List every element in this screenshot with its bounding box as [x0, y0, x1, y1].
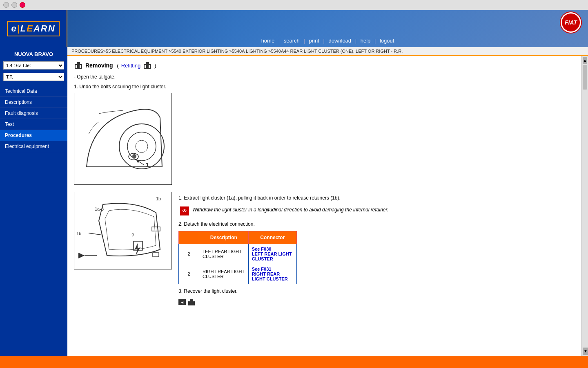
step-recover: 3. Recover the light cluster.	[178, 287, 575, 295]
article-wrapper: Removing ( Refitting )	[67, 56, 588, 356]
prev-arrow[interactable]: ◀	[178, 299, 186, 305]
nav-home[interactable]: home	[261, 38, 275, 44]
table-cell-desc-1: LEFT REAR LIGHT CLUSTER	[199, 244, 249, 264]
nav-download[interactable]: download	[328, 38, 351, 44]
sidebar-item-technical-data[interactable]: Technical Data	[0, 86, 67, 97]
sidebar-item-fault-diagnosis[interactable]: Fault diagnosis	[0, 108, 67, 119]
table-header-connector: Connector	[248, 231, 296, 244]
elearn-logo: e|LEARN	[7, 21, 59, 36]
removing-header: Removing ( Refitting )	[74, 61, 575, 70]
header-center: FIAT home | search | print | download | …	[67, 10, 588, 47]
engine-select[interactable]: 1.4 16v TJet	[3, 61, 64, 70]
svg-text:1b: 1b	[76, 231, 81, 236]
browser-close-button[interactable]	[20, 2, 25, 8]
svg-text:2: 2	[131, 233, 134, 238]
logo-area: e|LEARN	[0, 10, 67, 47]
connector-icon-nav	[187, 298, 196, 306]
sidebar-navigation: Technical Data Descriptions Fault diagno…	[0, 86, 67, 152]
sidebar: NUOVA BRAVO 1.4 16v TJet T.T. Technical …	[0, 47, 67, 356]
fiat-logo: FIAT	[562, 13, 580, 31]
sidebar-item-descriptions[interactable]: Descriptions	[0, 97, 67, 108]
table-cell-connector-1: See F030 LEFT REAR LIGHT CLUSTER	[248, 244, 296, 264]
step-extract: 1. Extract light cluster (1a), pulling i…	[178, 194, 575, 202]
sidebar-item-electrical-equipment[interactable]: Electrical equipment	[0, 141, 67, 152]
table-cell-num-1: 2	[179, 244, 199, 264]
browser-back-button[interactable]	[3, 2, 9, 8]
diagram-1-svg: 1	[74, 93, 172, 185]
sidebar-item-procedures[interactable]: Procedures	[0, 130, 67, 141]
navigation-arrows: ◀	[178, 298, 575, 306]
svg-text:1: 1	[146, 162, 149, 168]
svg-rect-2	[76, 65, 77, 68]
diagram-1: 1	[74, 93, 172, 185]
connector-table: Description Connector 2 LEFT REAR LIGHT …	[178, 231, 297, 284]
article-content: Removing ( Refitting )	[67, 56, 581, 356]
browser-forward-button[interactable]	[11, 2, 17, 8]
scrollbar[interactable]: ▲ ▼	[581, 56, 588, 356]
breadcrumb: PROCEDURES>55 ELECTRICAL EQUIPMENT >5540…	[67, 47, 588, 56]
svg-rect-5	[146, 62, 149, 65]
table-row: 2 RIGHT REAR LIGHT CLUSTER See F031 RIGH…	[179, 264, 297, 284]
connector-link-f030[interactable]: See F030 LEFT REAR LIGHT CLUSTER	[252, 247, 293, 261]
warning-icon: 👁	[180, 206, 189, 215]
nav-print[interactable]: print	[309, 38, 319, 44]
table-cell-connector-2: See F031 RIGHT REAR LIGHT CLUSTER	[248, 264, 296, 284]
variant-select[interactable]: T.T.	[3, 73, 64, 81]
sidebar-item-test[interactable]: Test	[0, 119, 67, 130]
steps-right: 1. Extract light cluster (1a), pulling i…	[178, 192, 575, 306]
connector-link-f031[interactable]: See F031 RIGHT REAR LIGHT CLUSTER	[252, 267, 293, 281]
svg-rect-29	[190, 299, 193, 302]
header-navigation: home | search | print | download | help …	[260, 38, 396, 44]
table-cell-desc-2: RIGHT REAR LIGHT CLUSTER	[199, 264, 249, 284]
step-detach: 2. Detach the electrical connection.	[178, 220, 575, 228]
scrollbar-thumb[interactable]	[583, 65, 587, 90]
table-row: 2 LEFT REAR LIGHT CLUSTER See F030 LEFT …	[179, 244, 297, 264]
svg-rect-28	[188, 301, 195, 305]
content-area: NUOVA BRAVO 1.4 16v TJet T.T. Technical …	[0, 47, 588, 356]
table-header-description: Description	[199, 231, 249, 244]
main-content: PROCEDURES>55 ELECTRICAL EQUIPMENT >5540…	[67, 47, 588, 356]
warning-box: 👁 Withdraw the light cluster in a longit…	[178, 205, 575, 217]
diagram-2-svg: 1b 1a-3 1b	[74, 192, 172, 269]
nav-search[interactable]: search	[284, 38, 300, 44]
scrollbar-down-arrow[interactable]: ▼	[583, 348, 588, 355]
svg-rect-7	[149, 65, 150, 68]
scrollbar-up-arrow[interactable]: ▲	[583, 57, 587, 64]
refitting-link[interactable]: Refitting	[121, 63, 141, 69]
step-undo-bolts: 1. Undo the bolts securing the light clu…	[74, 83, 575, 90]
header: e|LEARN FIAT home | search | print | dow…	[0, 10, 588, 47]
table-header-empty	[179, 231, 199, 244]
svg-point-13	[132, 154, 136, 158]
bottom-bar	[0, 356, 588, 368]
nav-logout[interactable]: logout	[380, 38, 394, 44]
svg-text:1b: 1b	[156, 196, 161, 201]
removing-label: Removing	[85, 62, 113, 69]
main-container: e|LEARN FIAT home | search | print | dow…	[0, 10, 588, 368]
fiat-logo-text: FIAT	[565, 19, 577, 26]
warning-text: Withdraw the light cluster in a longitud…	[192, 206, 388, 213]
browser-toolbar	[0, 0, 588, 10]
svg-rect-1	[77, 62, 80, 65]
eye-icon: 👁	[182, 208, 187, 214]
nav-help[interactable]: help	[361, 38, 371, 44]
svg-rect-6	[145, 65, 146, 68]
diagram-2: 1b 1a-3 1b	[74, 192, 172, 269]
connector-icon-left	[74, 61, 83, 70]
svg-rect-3	[80, 65, 81, 68]
svg-rect-8	[74, 93, 172, 185]
connector-icon-right	[143, 61, 152, 70]
step-open-tailgate: - Open the tailgate.	[74, 73, 575, 81]
sidebar-title: NUOVA BRAVO	[0, 47, 67, 60]
table-cell-num-2: 2	[179, 264, 199, 284]
